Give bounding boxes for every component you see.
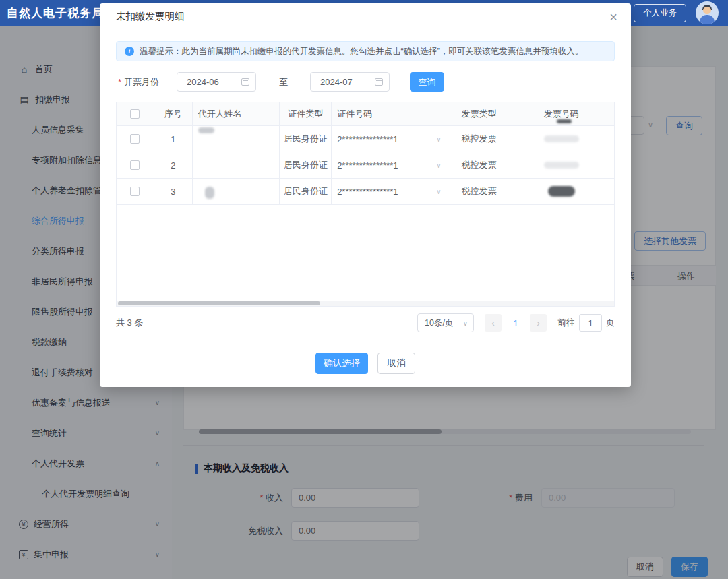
redacted-invoice-no: [544, 135, 579, 142]
cell-payee-name: [193, 179, 280, 205]
table-row[interactable]: 3 居民身份证 2***************1 ∨ 税控发票: [117, 179, 614, 205]
header-invoice-type: 发票类型: [450, 102, 509, 126]
date-range-to-label: 至: [279, 76, 288, 88]
date-to-input[interactable]: [311, 77, 369, 87]
select-all-checkbox[interactable]: [130, 109, 140, 119]
modal-title: 未扣缴发票明细: [116, 10, 185, 23]
modal-footer: 确认选择 取消: [100, 353, 631, 374]
select-all-cell: [117, 102, 154, 126]
chevron-down-icon[interactable]: ∨: [436, 135, 441, 143]
unwithheld-invoice-modal: 未扣缴发票明细 × i 温馨提示：此为当前属期尚未扣缴申报的代开发票信息。您勾选…: [100, 3, 631, 387]
calendar-icon: [375, 78, 383, 86]
table-row[interactable]: 1 居民身份证 2***************1 ∨ 税控发票: [117, 126, 614, 152]
header-cert-type: 证件类型: [280, 102, 332, 126]
next-page-button[interactable]: ›: [530, 314, 547, 332]
row-select-cell: [117, 126, 154, 152]
header-right: 个人业务: [634, 0, 719, 26]
cert-no-value: 2***************1: [337, 187, 398, 197]
user-avatar[interactable]: [696, 1, 719, 24]
cert-no-value: 2***************1: [337, 134, 398, 144]
header-payee-name: 代开人姓名: [193, 102, 280, 126]
cell-cert-no: 2***************1 ∨: [332, 179, 450, 205]
close-icon[interactable]: ×: [609, 10, 617, 24]
cert-no-value: 2***************1: [337, 160, 398, 171]
table-header-row: 序号 代开人姓名 证件类型 证件号码 发票类型 发票号码: [117, 102, 614, 126]
cell-cert-no: 2***************1 ∨: [332, 152, 450, 179]
avatar-face: [703, 7, 711, 14]
modal-header: 未扣缴发票明细 ×: [100, 3, 631, 30]
page-size-select[interactable]: 10条/页 ∨: [417, 313, 474, 332]
date-filter-row: 开票月份 至 查询: [118, 72, 615, 92]
prev-page-button[interactable]: ‹: [485, 314, 502, 332]
invoice-month-label: 开票月份: [118, 76, 162, 88]
date-from-picker[interactable]: [177, 72, 256, 92]
info-icon: i: [125, 47, 134, 56]
row-checkbox[interactable]: [130, 187, 140, 196]
cell-cert-type: 居民身份证: [280, 152, 332, 179]
table-row[interactable]: 2 居民身份证 2***************1 ∨ 税控发票: [117, 152, 614, 179]
chevron-down-icon[interactable]: ∨: [436, 188, 441, 195]
pagination-bar: 共 3 条 10条/页 ∨ ‹ 1 › 前往 页: [116, 313, 615, 332]
cell-invoice-type: 税控发票: [450, 126, 509, 152]
current-page[interactable]: 1: [511, 318, 520, 328]
cell-invoice-no: [508, 179, 614, 205]
date-to-picker[interactable]: [310, 72, 390, 92]
header-invoice-no: 发票号码: [508, 102, 614, 126]
confirm-select-button[interactable]: 确认选择: [315, 353, 368, 374]
pagination-controls: 10条/页 ∨ ‹ 1 › 前往 页: [417, 313, 615, 332]
cell-invoice-type: 税控发票: [450, 179, 509, 205]
total-count: 共 3 条: [116, 317, 143, 329]
chevron-down-icon[interactable]: ∨: [436, 162, 441, 169]
app-title: 自然人电子税务局: [7, 5, 104, 21]
table-body: 1 居民身份证 2***************1 ∨ 税控发票 2 居民身份证: [117, 126, 614, 205]
personal-business-button[interactable]: 个人业务: [634, 4, 686, 22]
cell-cert-no: 2***************1 ∨: [332, 126, 450, 152]
modal-query-button[interactable]: 查询: [410, 72, 444, 92]
cell-seq: 3: [154, 179, 193, 205]
cell-cert-type: 居民身份证: [280, 126, 332, 152]
modal-cancel-button[interactable]: 取消: [377, 353, 415, 374]
redaction-smudge: [557, 119, 572, 123]
redacted-name: [198, 127, 214, 133]
redacted-name: [205, 187, 214, 199]
goto-page-input[interactable]: [579, 314, 602, 332]
redacted-invoice-no: [544, 162, 579, 169]
header-invoice-no-label: 发票号码: [544, 108, 579, 120]
tip-text: 温馨提示：此为当前属期尚未扣缴申报的代开发票信息。您勾选并点击“确认选择”，即可…: [140, 46, 583, 57]
tip-banner: i 温馨提示：此为当前属期尚未扣缴申报的代开发票信息。您勾选并点击“确认选择”，…: [116, 41, 615, 61]
row-select-cell: [117, 152, 154, 179]
header-cert-no: 证件号码: [332, 102, 450, 126]
cell-payee-name: [193, 126, 280, 152]
cell-invoice-type: 税控发票: [450, 152, 509, 179]
calendar-icon: [241, 78, 249, 86]
cell-invoice-no: [508, 126, 614, 152]
redacted-invoice-no: [548, 186, 575, 197]
cell-cert-type: 居民身份证: [280, 179, 332, 205]
cell-seq: 2: [154, 152, 193, 179]
chevron-down-icon: ∨: [463, 319, 468, 327]
page-size-value: 10条/页: [425, 317, 453, 329]
avatar-body: [700, 15, 715, 24]
cell-payee-name: [193, 152, 280, 179]
table-horizontal-scrollbar[interactable]: [117, 301, 614, 306]
row-checkbox[interactable]: [130, 134, 140, 144]
row-checkbox[interactable]: [130, 160, 140, 170]
row-select-cell: [117, 179, 154, 205]
page-unit-label: 页: [606, 317, 615, 329]
cell-invoice-no: [508, 152, 614, 179]
invoice-table: 序号 代开人姓名 证件类型 证件号码 发票类型 发票号码 1 居民身份证 2**…: [116, 102, 615, 307]
cell-seq: 1: [154, 126, 193, 152]
date-from-input[interactable]: [177, 77, 235, 87]
goto-label: 前往: [557, 317, 575, 329]
table-scrollbar-thumb[interactable]: [118, 301, 320, 305]
app-root: 自然人电子税务局 个人业务 ⌂ 首页 ▤ 扣缴申报 人员信息采集 专项附加扣除信…: [0, 0, 728, 579]
header-seq: 序号: [154, 102, 193, 126]
